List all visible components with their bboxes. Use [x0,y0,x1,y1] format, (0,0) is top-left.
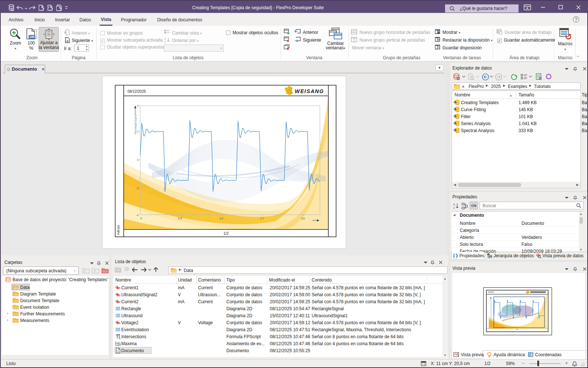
svg-text:2,7: 2,7 [260,217,264,220]
svg-text:0,9: 0,9 [178,217,182,220]
svg-text:4: 4 [137,104,139,107]
svg-text:3,6: 3,6 [301,217,305,220]
svg-text:0: 0 [140,217,142,220]
svg-text:-2: -2 [136,187,139,190]
svg-text:Z: Z [164,40,166,43]
svg-text:08/12/2025: 08/12/2025 [128,89,146,93]
svg-text:Z: Z [453,206,455,209]
svg-text:0: 0 [137,158,139,162]
svg-text:1,8: 1,8 [219,217,223,220]
svg-text:A: A [453,203,455,206]
svg-text:100: 100 [29,35,35,39]
svg-text:1: 1 [490,297,491,299]
svg-text:WEISANG: WEISANG [295,88,324,94]
svg-text:Adrian: Adrian [116,225,120,235]
svg-text:RectangleSignal: RectangleSignal [134,114,137,134]
svg-text:2: 2 [137,130,139,133]
svg-text:-4: -4 [136,213,139,217]
svg-text:1/2: 1/2 [223,231,229,236]
